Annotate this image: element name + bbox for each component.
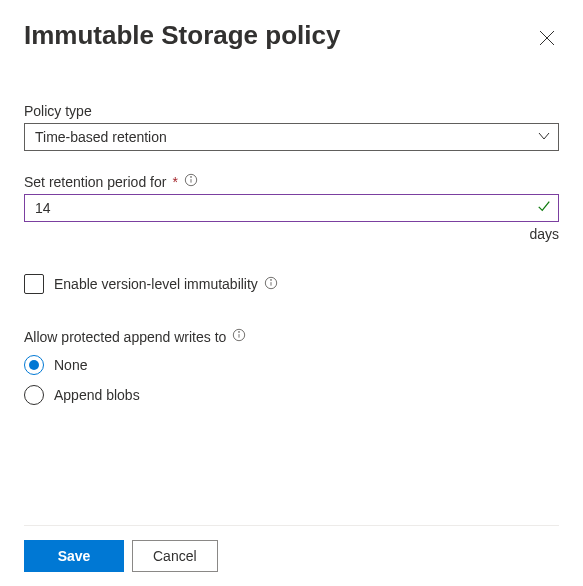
version-level-row: Enable version-level immutability <box>24 274 559 294</box>
policy-type-label: Policy type <box>24 103 559 119</box>
checkmark-icon <box>537 199 551 217</box>
immutable-storage-policy-panel: Immutable Storage policy Policy type Tim… <box>0 0 583 586</box>
save-button[interactable]: Save <box>24 540 124 572</box>
retention-unit: days <box>24 226 559 242</box>
radio-icon <box>24 385 44 405</box>
required-asterisk: * <box>172 174 177 190</box>
svg-point-10 <box>239 332 240 333</box>
policy-type-value: Time-based retention <box>35 129 167 145</box>
panel-title: Immutable Storage policy <box>24 20 340 51</box>
retention-period-input[interactable] <box>24 194 559 222</box>
panel-header: Immutable Storage policy <box>24 20 559 53</box>
close-button[interactable] <box>535 26 559 53</box>
chevron-down-icon <box>538 129 550 145</box>
svg-point-7 <box>270 279 271 280</box>
info-icon[interactable] <box>262 276 278 293</box>
radio-icon <box>24 355 44 375</box>
retention-period-label: Set retention period for * <box>24 173 559 190</box>
info-icon[interactable] <box>182 173 198 190</box>
info-icon[interactable] <box>230 328 246 345</box>
append-writes-group: Allow protected append writes to None Ap… <box>24 328 559 415</box>
policy-type-field: Policy type Time-based retention <box>24 103 559 151</box>
cancel-button[interactable]: Cancel <box>132 540 218 572</box>
append-writes-option-none[interactable]: None <box>24 355 559 375</box>
policy-type-select[interactable]: Time-based retention <box>24 123 559 151</box>
append-writes-option-append-blobs[interactable]: Append blobs <box>24 385 559 405</box>
version-level-label: Enable version-level immutability <box>54 276 278 293</box>
retention-label-text: Set retention period for <box>24 174 166 190</box>
retention-period-field: Set retention period for * days <box>24 173 559 242</box>
version-level-label-text: Enable version-level immutability <box>54 276 258 292</box>
svg-point-4 <box>190 177 191 178</box>
panel-footer: Save Cancel <box>24 525 559 586</box>
radio-label: None <box>54 357 87 373</box>
version-level-checkbox[interactable] <box>24 274 44 294</box>
append-writes-label: Allow protected append writes to <box>24 328 559 345</box>
close-icon <box>539 30 555 46</box>
radio-label: Append blobs <box>54 387 140 403</box>
append-writes-label-text: Allow protected append writes to <box>24 329 226 345</box>
